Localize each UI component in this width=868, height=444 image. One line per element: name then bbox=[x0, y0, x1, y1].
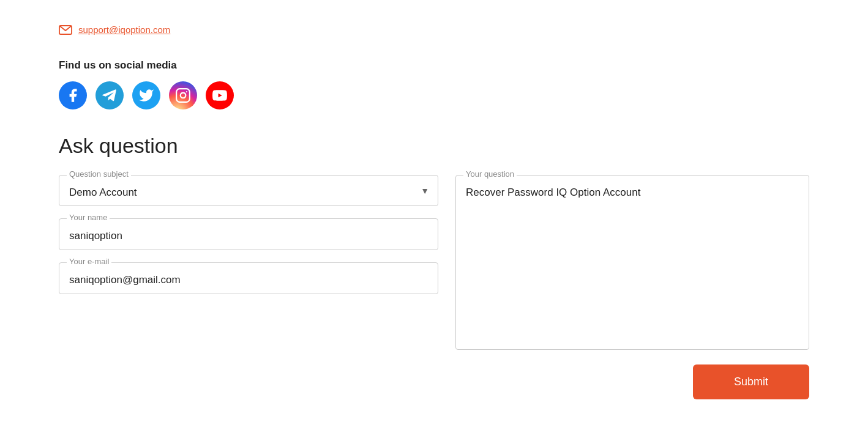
instagram-icon[interactable] bbox=[169, 81, 197, 109]
email-field-label: Your e-mail bbox=[67, 257, 111, 266]
submit-button[interactable]: Submit bbox=[693, 364, 809, 399]
svg-rect-1 bbox=[176, 89, 190, 102]
youtube-icon[interactable] bbox=[206, 81, 234, 109]
ask-section: Ask question Question subject Demo Accou… bbox=[59, 134, 809, 399]
question-subject-group: Question subject Demo Account Real Accou… bbox=[59, 175, 438, 206]
email-group: Your e-mail bbox=[59, 262, 438, 294]
facebook-icon[interactable] bbox=[59, 81, 87, 109]
telegram-icon[interactable] bbox=[95, 81, 124, 109]
name-group: Your name bbox=[59, 218, 438, 250]
email-input[interactable] bbox=[59, 263, 438, 294]
ask-question-title: Ask question bbox=[59, 134, 809, 158]
question-textarea[interactable]: Recover Password IQ Option Account bbox=[456, 176, 809, 347]
twitter-icon[interactable] bbox=[132, 81, 160, 109]
mail-icon bbox=[59, 25, 72, 35]
name-label: Your name bbox=[67, 213, 110, 222]
social-icons-row bbox=[59, 81, 809, 109]
subject-label: Question subject bbox=[67, 169, 131, 179]
question-label: Your question bbox=[463, 169, 517, 179]
form-left: Question subject Demo Account Real Accou… bbox=[59, 175, 438, 294]
form-right: Your question Recover Password IQ Option… bbox=[455, 175, 809, 350]
social-section: Find us on social media bbox=[59, 59, 809, 109]
submit-row: Submit bbox=[59, 364, 809, 399]
social-label: Find us on social media bbox=[59, 59, 809, 72]
email-link[interactable]: support@iqoption.com bbox=[78, 24, 170, 35]
email-row: support@iqoption.com bbox=[59, 24, 809, 35]
form-layout: Question subject Demo Account Real Accou… bbox=[59, 175, 809, 350]
page-container: support@iqoption.com Find us on social m… bbox=[0, 0, 868, 444]
question-subject-select[interactable]: Demo Account Real Account Deposits Withd… bbox=[59, 176, 438, 205]
name-input[interactable] bbox=[59, 219, 438, 250]
question-group: Your question Recover Password IQ Option… bbox=[455, 175, 809, 350]
